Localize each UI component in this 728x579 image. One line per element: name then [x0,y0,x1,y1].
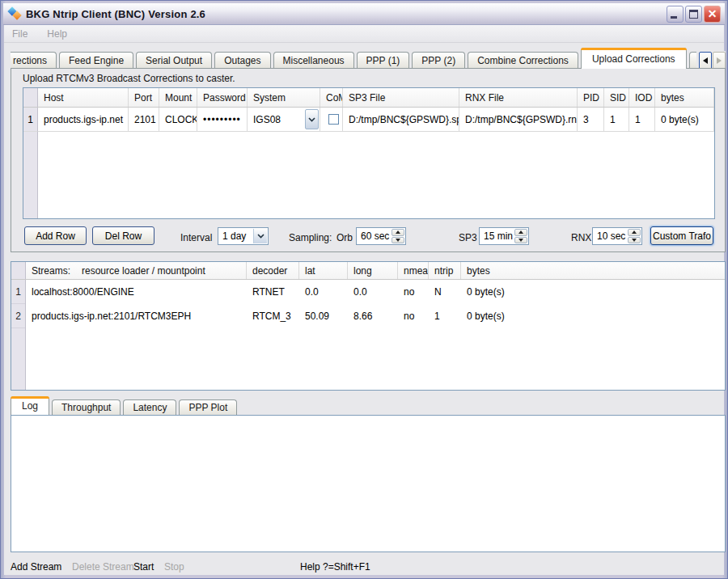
row-number: 1 [23,108,38,132]
mountpoint-cell: products.igs-ip.net:2101/RTCM3EPH [26,304,247,328]
host-cell[interactable]: products.igs-ip.net [38,108,129,132]
mountpoint-cell: localhost:8000/ENGINE [26,280,247,304]
add-row-button[interactable]: Add Row [24,226,87,245]
sp3-file-cell[interactable]: D:/tmp/BNC${GPSWD}.sp3 [343,108,459,132]
close-button[interactable]: ✕ [704,6,721,23]
stream-row[interactable]: products.igs-ip.net:2101/RTCM3EPH RTCM_3… [26,304,725,328]
bytes-cell: 0 byte(s) [461,280,725,304]
col-header-mountpoint: Streams: resource loader / mountpoint [26,262,247,279]
col-header-rnx-file: RNX File [459,88,578,107]
del-row-button[interactable]: Del Row [92,226,154,245]
menu-help[interactable]: Help [47,28,67,40]
tab-feed-engine[interactable]: Feed Engine [59,52,133,69]
menu-file[interactable]: File [12,28,28,40]
minimize-button[interactable] [667,6,684,23]
scroll-right-icon [717,57,722,64]
password-cell[interactable]: ••••••••• [197,108,248,132]
tab-ppp-2[interactable]: PPP (2) [412,52,465,69]
decoder-cell: RTCM_3 [247,304,299,328]
ntrip-cell: 1 [429,304,461,328]
delete-stream-action[interactable]: Delete Stream [72,557,134,577]
pid-cell[interactable]: 3 [578,108,604,132]
start-action[interactable]: Start [133,557,154,577]
maximize-button[interactable] [685,6,702,23]
row-number: 1 [11,280,25,304]
long-cell: 0.0 [348,280,398,304]
mount-cell[interactable]: CLOCK [159,108,197,132]
col-header-rownum [11,262,26,279]
bytes-cell: 0 byte(s) [655,108,714,132]
decoder-cell: RTNET [247,280,299,304]
rnx-label: RNX [571,229,591,247]
col-header-decoder: decoder [247,262,299,279]
chevron-down-icon [308,117,315,122]
spin-down-button[interactable] [628,237,641,244]
col-header-system: System [248,88,320,107]
sp3-spinbox[interactable]: 15 min [479,227,529,245]
orb-spinbox[interactable]: 60 sec [356,227,406,245]
tab-throughput[interactable]: Throughput [52,399,121,415]
tab-scroll-right-button[interactable] [713,52,726,69]
tab-ppp-plot[interactable]: PPP Plot [179,399,237,415]
window-title: BKG Ntrip Client (BNC) Version 2.6 [26,8,205,20]
custom-trafo-button[interactable]: Custom Trafo [650,226,713,245]
interval-select[interactable]: 1 day [218,227,269,245]
com-cell [320,108,343,132]
orb-label: Orb [336,229,353,247]
com-checkbox[interactable] [328,114,339,125]
col-header-password: Password [197,88,248,107]
arrow-up-icon [632,230,637,234]
tab-latency[interactable]: Latency [123,399,176,415]
nmea-cell: no [398,304,429,328]
spin-up-button[interactable] [628,229,641,236]
port-cell[interactable]: 2101 [129,108,159,132]
tab-miscellaneous[interactable]: Miscellaneous [273,52,354,69]
spin-up-button[interactable] [392,229,404,236]
streams-table: Streams: resource loader / mountpoint de… [11,261,726,391]
col-header-com: CoM [320,88,343,107]
spin-up-button[interactable] [514,229,527,236]
col-header-nmea: nmea [398,262,429,279]
nmea-cell: no [398,280,429,304]
upload-table-empty-area [23,132,714,218]
tab-scroll-left-button[interactable] [699,52,712,69]
rnx-file-cell[interactable]: D:/tmp/BNC${GPSWD}.rnx [459,108,578,132]
help-shortcut-label: Help ?=Shift+F1 [300,557,370,577]
add-stream-action[interactable]: Add Stream [11,557,61,577]
log-panel[interactable] [11,415,726,552]
upload-table-header: Host Port Mount Password System CoM SP3 … [23,88,714,108]
arrow-down-icon [518,239,523,242]
stop-action[interactable]: Stop [164,557,184,577]
upload-table-row: 1 products.igs-ip.net 2101 CLOCK •••••••… [23,108,714,132]
interval-dropdown-button[interactable] [253,229,267,243]
iod-cell[interactable]: 1 [629,108,655,132]
tab-log[interactable]: Log [11,396,49,415]
tab-combine-corrections[interactable]: Combine Corrections [468,52,578,69]
tab-corrections[interactable]: rections [11,52,57,69]
bytes-cell: 0 byte(s) [461,304,725,328]
system-dropdown-button[interactable] [305,109,319,129]
tab-outages[interactable]: Outages [214,52,270,69]
rnx-value: 10 sec [597,230,625,242]
title-bar[interactable]: BKG Ntrip Client (BNC) Version 2.6 ✕ [3,3,725,25]
page-caption: Upload RTCMv3 Broadcast Corrections to c… [23,73,235,84]
menu-bar: File Help [4,25,724,43]
row-number: 2 [11,304,25,328]
spin-down-button[interactable] [514,237,527,244]
tab-upload-corrections[interactable]: Upload Corrections [581,48,687,69]
system-combobox[interactable]: IGS08 [248,108,320,132]
spin-down-button[interactable] [392,237,404,244]
stream-row[interactable]: localhost:8000/ENGINE RTNET 0.0 0.0 no N… [26,280,725,304]
tab-serial-output[interactable]: Serial Output [136,52,212,69]
sid-cell[interactable]: 1 [604,108,629,132]
col-header-pid: PID [578,88,604,107]
client-area: rections Feed Engine Serial Output Outag… [4,43,724,575]
long-cell: 8.66 [348,304,398,328]
sp3-spin-buttons [514,229,527,243]
upload-corrections-page: Upload RTCMv3 Broadcast Corrections to c… [11,68,726,252]
main-tab-bar: rections Feed Engine Serial Output Outag… [11,48,726,69]
upload-table: Host Port Mount Password System CoM SP3 … [23,87,715,219]
tab-ppp-1[interactable]: PPP (1) [357,52,410,69]
bottom-tab-bar: Log Throughput Latency PPP Plot [11,396,726,415]
rnx-spinbox[interactable]: 10 sec [592,227,642,245]
